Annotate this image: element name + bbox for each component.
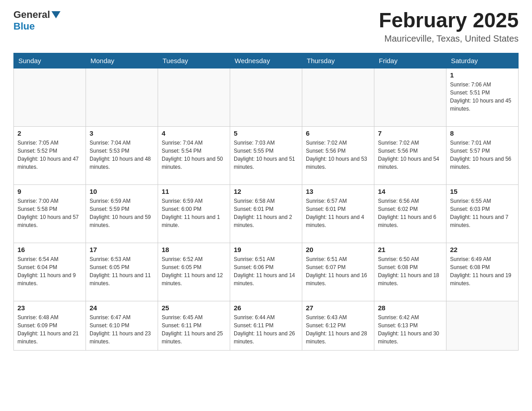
day-of-week-header: Friday bbox=[374, 53, 446, 68]
calendar-day-cell: 24Sunrise: 6:47 AMSunset: 6:10 PMDayligh… bbox=[86, 301, 158, 350]
calendar-day-cell: 8Sunrise: 7:01 AMSunset: 5:57 PMDaylight… bbox=[446, 126, 519, 184]
calendar-day-cell bbox=[302, 68, 374, 126]
calendar-day-cell: 9Sunrise: 7:00 AMSunset: 5:58 PMDaylight… bbox=[14, 184, 86, 243]
day-number: 25 bbox=[162, 304, 226, 312]
calendar-day-cell: 17Sunrise: 6:53 AMSunset: 6:05 PMDayligh… bbox=[86, 243, 158, 301]
day-info: Sunrise: 7:02 AMSunset: 5:56 PMDaylight:… bbox=[306, 139, 370, 171]
day-number: 6 bbox=[306, 129, 370, 137]
day-of-week-header: Sunday bbox=[14, 53, 86, 68]
calendar-day-cell: 5Sunrise: 7:03 AMSunset: 5:55 PMDaylight… bbox=[230, 126, 302, 184]
day-info: Sunrise: 6:54 AMSunset: 6:04 PMDaylight:… bbox=[17, 255, 82, 287]
day-number: 23 bbox=[17, 304, 82, 312]
day-info: Sunrise: 6:58 AMSunset: 6:01 PMDaylight:… bbox=[234, 197, 298, 229]
calendar-day-cell: 2Sunrise: 7:05 AMSunset: 5:52 PMDaylight… bbox=[14, 126, 86, 184]
calendar-week-row: 9Sunrise: 7:00 AMSunset: 5:58 PMDaylight… bbox=[14, 184, 519, 243]
calendar-day-cell: 4Sunrise: 7:04 AMSunset: 5:54 PMDaylight… bbox=[158, 126, 230, 184]
calendar-day-cell bbox=[86, 68, 158, 126]
day-number: 17 bbox=[90, 246, 154, 253]
calendar-header-row: SundayMondayTuesdayWednesdayThursdayFrid… bbox=[14, 53, 519, 68]
day-info: Sunrise: 6:55 AMSunset: 6:03 PMDaylight:… bbox=[450, 197, 515, 229]
day-number: 16 bbox=[17, 246, 82, 253]
day-of-week-header: Tuesday bbox=[158, 53, 230, 68]
day-info: Sunrise: 7:03 AMSunset: 5:55 PMDaylight:… bbox=[234, 139, 298, 171]
calendar-table: SundayMondayTuesdayWednesdayThursdayFrid… bbox=[13, 53, 519, 351]
day-info: Sunrise: 6:59 AMSunset: 5:59 PMDaylight:… bbox=[90, 197, 154, 229]
day-number: 19 bbox=[234, 246, 298, 253]
day-number: 7 bbox=[378, 129, 442, 137]
day-number: 4 bbox=[162, 129, 226, 137]
day-info: Sunrise: 6:42 AMSunset: 6:13 PMDaylight:… bbox=[378, 313, 442, 346]
calendar-day-cell bbox=[446, 301, 519, 350]
calendar-day-cell bbox=[230, 68, 302, 126]
calendar-day-cell: 11Sunrise: 6:59 AMSunset: 6:00 PMDayligh… bbox=[158, 184, 230, 243]
day-number: 2 bbox=[17, 129, 82, 137]
subtitle: Mauriceville, Texas, United States bbox=[379, 34, 519, 44]
logo-blue-text: Blue bbox=[13, 21, 35, 32]
day-number: 10 bbox=[90, 188, 154, 195]
title-section: February 2025 Mauriceville, Texas, Unite… bbox=[379, 9, 519, 44]
calendar-day-cell: 23Sunrise: 6:48 AMSunset: 6:09 PMDayligh… bbox=[14, 301, 86, 350]
calendar-week-row: 2Sunrise: 7:05 AMSunset: 5:52 PMDaylight… bbox=[14, 126, 519, 184]
calendar-day-cell bbox=[374, 68, 446, 126]
calendar-week-row: 23Sunrise: 6:48 AMSunset: 6:09 PMDayligh… bbox=[14, 301, 519, 350]
day-info: Sunrise: 7:05 AMSunset: 5:52 PMDaylight:… bbox=[17, 139, 82, 171]
day-info: Sunrise: 7:06 AMSunset: 5:51 PMDaylight:… bbox=[450, 81, 515, 113]
day-info: Sunrise: 7:04 AMSunset: 5:53 PMDaylight:… bbox=[90, 139, 154, 171]
day-number: 21 bbox=[378, 246, 442, 253]
calendar-day-cell: 25Sunrise: 6:45 AMSunset: 6:11 PMDayligh… bbox=[158, 301, 230, 350]
day-number: 13 bbox=[306, 188, 370, 195]
day-info: Sunrise: 6:48 AMSunset: 6:09 PMDaylight:… bbox=[17, 313, 82, 346]
day-of-week-header: Wednesday bbox=[230, 53, 302, 68]
calendar-day-cell: 10Sunrise: 6:59 AMSunset: 5:59 PMDayligh… bbox=[86, 184, 158, 243]
calendar-day-cell: 19Sunrise: 6:51 AMSunset: 6:06 PMDayligh… bbox=[230, 243, 302, 301]
calendar-day-cell: 15Sunrise: 6:55 AMSunset: 6:03 PMDayligh… bbox=[446, 184, 519, 243]
day-number: 12 bbox=[234, 188, 298, 195]
main-title: February 2025 bbox=[379, 9, 519, 32]
calendar-day-cell: 13Sunrise: 6:57 AMSunset: 6:01 PMDayligh… bbox=[302, 184, 374, 243]
calendar-day-cell: 22Sunrise: 6:49 AMSunset: 6:08 PMDayligh… bbox=[446, 243, 519, 301]
calendar-day-cell bbox=[14, 68, 86, 126]
day-info: Sunrise: 6:45 AMSunset: 6:11 PMDaylight:… bbox=[162, 313, 226, 346]
day-info: Sunrise: 6:57 AMSunset: 6:01 PMDaylight:… bbox=[306, 197, 370, 229]
day-info: Sunrise: 6:44 AMSunset: 6:11 PMDaylight:… bbox=[234, 313, 298, 346]
day-number: 15 bbox=[450, 188, 515, 195]
day-number: 11 bbox=[162, 188, 226, 195]
day-number: 26 bbox=[234, 304, 298, 312]
calendar-day-cell: 21Sunrise: 6:50 AMSunset: 6:08 PMDayligh… bbox=[374, 243, 446, 301]
day-number: 3 bbox=[90, 129, 154, 137]
day-info: Sunrise: 7:00 AMSunset: 5:58 PMDaylight:… bbox=[17, 197, 82, 229]
page-header: General Blue February 2025 Mauriceville,… bbox=[13, 9, 519, 44]
calendar-day-cell: 27Sunrise: 6:43 AMSunset: 6:12 PMDayligh… bbox=[302, 301, 374, 350]
calendar-day-cell: 14Sunrise: 6:56 AMSunset: 6:02 PMDayligh… bbox=[374, 184, 446, 243]
calendar-week-row: 16Sunrise: 6:54 AMSunset: 6:04 PMDayligh… bbox=[14, 243, 519, 301]
day-info: Sunrise: 6:59 AMSunset: 6:00 PMDaylight:… bbox=[162, 197, 226, 229]
calendar-day-cell: 16Sunrise: 6:54 AMSunset: 6:04 PMDayligh… bbox=[14, 243, 86, 301]
day-info: Sunrise: 6:56 AMSunset: 6:02 PMDaylight:… bbox=[378, 197, 442, 229]
calendar-day-cell: 7Sunrise: 7:02 AMSunset: 5:56 PMDaylight… bbox=[374, 126, 446, 184]
calendar-day-cell bbox=[158, 68, 230, 126]
logo-general-text: General bbox=[13, 9, 50, 21]
day-info: Sunrise: 7:04 AMSunset: 5:54 PMDaylight:… bbox=[162, 139, 226, 171]
day-number: 5 bbox=[234, 129, 298, 137]
day-info: Sunrise: 6:53 AMSunset: 6:05 PMDaylight:… bbox=[90, 255, 154, 287]
calendar-day-cell: 28Sunrise: 6:42 AMSunset: 6:13 PMDayligh… bbox=[374, 301, 446, 350]
day-info: Sunrise: 6:43 AMSunset: 6:12 PMDaylight:… bbox=[306, 313, 370, 346]
day-number: 18 bbox=[162, 246, 226, 253]
day-info: Sunrise: 6:49 AMSunset: 6:08 PMDaylight:… bbox=[450, 255, 515, 287]
day-info: Sunrise: 6:51 AMSunset: 6:07 PMDaylight:… bbox=[306, 255, 370, 287]
calendar-day-cell: 26Sunrise: 6:44 AMSunset: 6:11 PMDayligh… bbox=[230, 301, 302, 350]
day-number: 22 bbox=[450, 246, 515, 253]
logo: General Blue bbox=[13, 9, 62, 32]
day-of-week-header: Thursday bbox=[302, 53, 374, 68]
day-number: 14 bbox=[378, 188, 442, 195]
day-number: 1 bbox=[450, 71, 515, 79]
day-info: Sunrise: 6:52 AMSunset: 6:05 PMDaylight:… bbox=[162, 255, 226, 287]
day-number: 20 bbox=[306, 246, 370, 253]
day-of-week-header: Monday bbox=[86, 53, 158, 68]
calendar-day-cell: 20Sunrise: 6:51 AMSunset: 6:07 PMDayligh… bbox=[302, 243, 374, 301]
day-number: 24 bbox=[90, 304, 154, 312]
calendar-day-cell: 18Sunrise: 6:52 AMSunset: 6:05 PMDayligh… bbox=[158, 243, 230, 301]
day-info: Sunrise: 6:50 AMSunset: 6:08 PMDaylight:… bbox=[378, 255, 442, 287]
calendar-day-cell: 6Sunrise: 7:02 AMSunset: 5:56 PMDaylight… bbox=[302, 126, 374, 184]
calendar-day-cell: 12Sunrise: 6:58 AMSunset: 6:01 PMDayligh… bbox=[230, 184, 302, 243]
